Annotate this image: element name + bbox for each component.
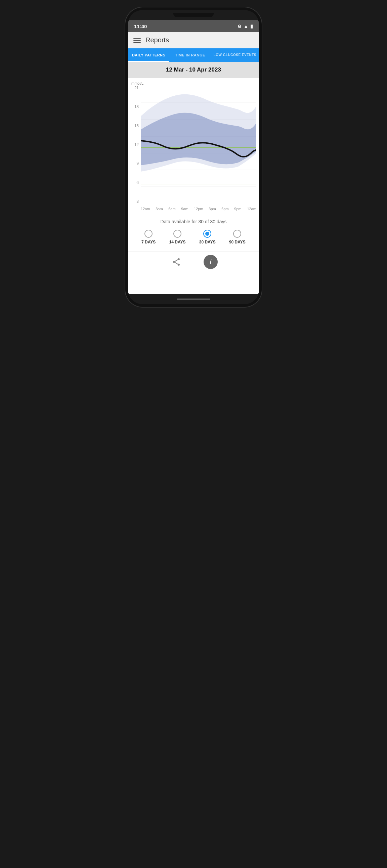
app-content: Reports DAILY PATTERNS TIME IN RANGE LOW… [128,32,259,294]
data-available-text: Data available for 30 of 30 days [128,214,259,227]
svg-point-7 [178,258,180,260]
radio-7days[interactable] [145,230,152,238]
menu-button[interactable] [133,38,141,43]
chart-svg-wrapper [141,86,256,204]
day-option-7[interactable]: 7 DAYS [142,230,155,244]
svg-line-11 [175,262,178,264]
tabs-bar: DAILY PATTERNS TIME IN RANGE LOW GLUCOSE… [128,48,259,62]
x-label-6am: 6am [168,207,175,211]
x-label-6pm: 6pm [221,207,229,211]
y-label-9: 9 [128,161,140,165]
share-icon [172,257,181,267]
radio-14days[interactable] [173,230,181,238]
do-not-disturb-icon: ⊖ [238,24,242,29]
svg-point-9 [178,264,180,266]
date-range-header: 12 Mar - 10 Apr 2023 [128,62,259,78]
tab-time-in-range[interactable]: TIME IN RANGE [169,48,211,62]
phone-frame: 11:40 ⊖ ▲ ▮ Reports DAILY PATTERNS TIME … [128,10,259,304]
x-label-3pm: 3pm [209,207,216,211]
svg-line-10 [175,259,178,261]
y-label-21: 21 [128,86,140,90]
y-axis-labels: 21 18 15 12 9 6 3 [128,86,140,204]
page-title: Reports [145,36,169,44]
battery-icon: ▮ [250,24,253,29]
chart-unit-label: mmol/L [128,81,259,85]
x-label-9am: 9am [181,207,188,211]
x-label-12am-end: 12am [247,207,256,211]
day-option-90[interactable]: 90 DAYS [229,230,245,244]
y-label-3: 3 [128,199,140,204]
info-icon: i [210,258,211,266]
notch-bar [128,10,259,20]
info-button[interactable]: i [204,255,218,269]
y-label-12: 12 [128,143,140,147]
home-indicator [128,294,259,304]
time-display: 11:40 [134,24,147,29]
radio-90days[interactable] [233,230,241,238]
day-label-14: 14 DAYS [169,240,186,244]
x-label-12am-start: 12am [141,207,150,211]
x-label-3am: 3am [155,207,162,211]
x-axis-labels: 12am 3am 6am 9am 12pm 3pm 6pm 9pm 12am [141,204,256,214]
home-bar [177,299,210,300]
x-label-9pm: 9pm [234,207,241,211]
day-label-90: 90 DAYS [229,240,245,244]
status-bar: 11:40 ⊖ ▲ ▮ [128,20,259,32]
tab-daily-patterns[interactable]: DAILY PATTERNS [128,48,169,62]
chart-svg [141,86,256,204]
x-label-12pm: 12pm [194,207,203,211]
wifi-icon: ▲ [243,24,248,29]
chart-container: 21 18 15 12 9 6 3 [128,86,259,214]
chart-area: mmol/L 21 18 15 12 9 6 3 [128,78,259,214]
day-label-30: 30 DAYS [199,240,216,244]
toolbar: Reports [128,32,259,48]
bottom-actions: i [128,251,259,276]
y-label-15: 15 [128,124,140,128]
days-selector: 7 DAYS 14 DAYS 30 DAYS 90 DAYS [128,227,259,251]
status-icons: ⊖ ▲ ▮ [238,24,253,29]
day-option-30[interactable]: 30 DAYS [199,230,216,244]
radio-30days[interactable] [203,230,211,238]
notch [173,13,214,17]
day-option-14[interactable]: 14 DAYS [169,230,186,244]
day-label-7: 7 DAYS [142,240,155,244]
y-label-18: 18 [128,105,140,109]
y-label-6: 6 [128,181,140,185]
svg-point-8 [173,261,175,263]
tab-low-glucose-events[interactable]: LOW GLUCOSE EVENTS [211,48,259,62]
share-button[interactable] [169,255,183,269]
